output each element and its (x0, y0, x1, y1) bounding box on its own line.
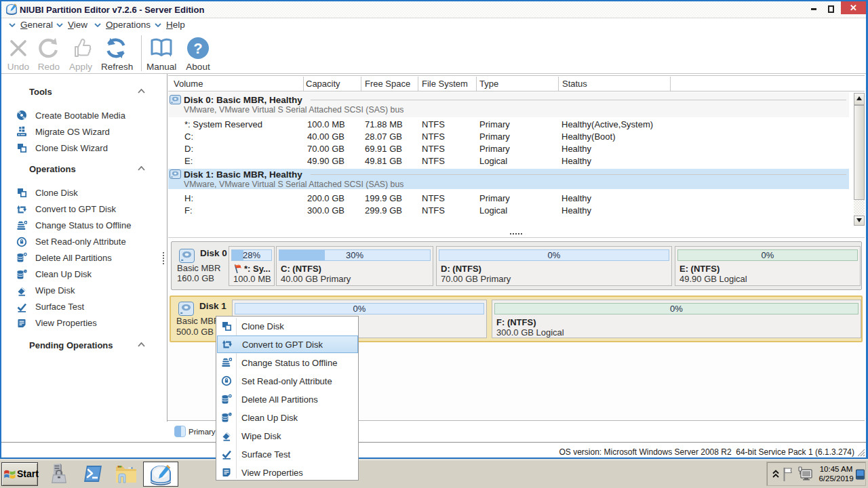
svg-text:?: ? (193, 40, 202, 57)
